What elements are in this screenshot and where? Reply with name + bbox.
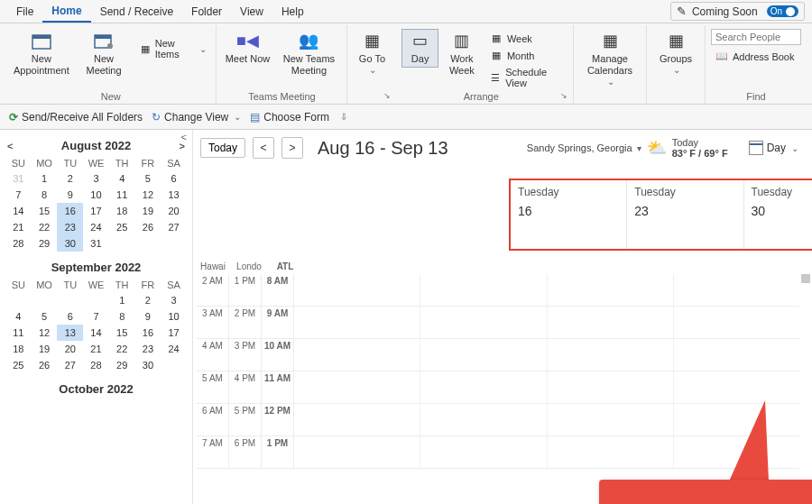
day-cell[interactable]: 24 bbox=[161, 341, 187, 357]
day-cell[interactable]: 16 bbox=[135, 325, 161, 341]
day-cell[interactable]: 26 bbox=[32, 357, 58, 373]
time-grid[interactable]: 2 AM1 PM8 AM3 AM2 PM9 AM4 AM3 PM10 AM5 A… bbox=[197, 274, 799, 504]
day-cell[interactable]: 8 bbox=[32, 187, 58, 203]
day-cell[interactable]: 17 bbox=[161, 325, 187, 341]
time-slot[interactable] bbox=[420, 274, 547, 306]
groups-button[interactable]: ▦ Groups⌄ bbox=[652, 29, 699, 78]
day-cell[interactable]: 9 bbox=[57, 187, 83, 203]
day-cell[interactable]: 28 bbox=[83, 357, 109, 373]
arrange-dialog-launcher[interactable]: ↘ bbox=[560, 91, 567, 102]
search-people-input[interactable] bbox=[711, 29, 801, 45]
next-date-button[interactable]: > bbox=[281, 137, 303, 159]
day-cell[interactable]: 30 bbox=[135, 357, 161, 373]
time-slot[interactable] bbox=[674, 371, 799, 403]
time-slots[interactable] bbox=[294, 436, 799, 468]
day-cell[interactable]: 13 bbox=[57, 325, 83, 341]
day-cell[interactable]: 23 bbox=[57, 219, 83, 235]
time-slots[interactable] bbox=[294, 274, 799, 306]
day-cell[interactable]: 24 bbox=[83, 219, 109, 235]
next-month-button[interactable]: > bbox=[180, 141, 185, 151]
day-cell[interactable]: 28 bbox=[5, 235, 32, 252]
day-cell[interactable]: 21 bbox=[83, 341, 109, 357]
time-slot[interactable] bbox=[548, 339, 674, 371]
day-cell[interactable]: 15 bbox=[109, 325, 135, 341]
time-slot[interactable] bbox=[548, 404, 674, 435]
today-button[interactable]: Today bbox=[200, 138, 245, 158]
time-slots[interactable] bbox=[294, 307, 799, 338]
day-cell[interactable]: 31 bbox=[5, 170, 32, 187]
meet-now-button[interactable]: ■◀ Meet Now bbox=[222, 29, 272, 68]
schedule-view-button[interactable]: ☰Schedule View bbox=[485, 65, 567, 90]
manage-calendars-button[interactable]: ▦ Manage Calendars⌄ bbox=[579, 29, 641, 90]
day-cell[interactable]: 2 bbox=[135, 292, 161, 308]
day-cell[interactable]: 7 bbox=[5, 187, 32, 203]
day-cell[interactable]: 25 bbox=[109, 219, 135, 235]
day-cell[interactable]: 14 bbox=[5, 203, 32, 219]
day-cell[interactable]: 4 bbox=[109, 170, 135, 187]
time-slots[interactable] bbox=[294, 404, 799, 435]
day-view-button[interactable]: ▭ Day bbox=[401, 29, 438, 68]
go-to-button[interactable]: ▦ Go To⌄ bbox=[353, 29, 391, 78]
day-cell[interactable]: 5 bbox=[135, 170, 161, 187]
day-cell[interactable]: 4 bbox=[5, 308, 32, 325]
day-cell[interactable]: 19 bbox=[32, 341, 58, 357]
day-cell[interactable]: 29 bbox=[32, 235, 58, 252]
time-slot[interactable] bbox=[420, 307, 547, 338]
day-cell[interactable]: 15 bbox=[32, 203, 58, 219]
time-slot[interactable] bbox=[294, 436, 420, 468]
view-dropdown[interactable]: Day ⌄ bbox=[744, 138, 803, 158]
change-view-button[interactable]: ↻Change View⌄ bbox=[152, 111, 241, 124]
day-cell[interactable]: 12 bbox=[32, 325, 58, 341]
toggle-on-badge[interactable]: On bbox=[767, 5, 798, 17]
work-week-button[interactable]: ▥ Work Week bbox=[442, 29, 482, 79]
day-cell[interactable]: 11 bbox=[109, 187, 135, 203]
menu-help[interactable]: Help bbox=[272, 2, 313, 22]
day-cell[interactable]: 9 bbox=[135, 308, 161, 325]
day-cell[interactable]: 18 bbox=[109, 203, 135, 219]
day-cell[interactable]: 6 bbox=[57, 308, 83, 325]
day-cell[interactable]: 14 bbox=[83, 325, 109, 341]
menu-home[interactable]: Home bbox=[42, 1, 90, 23]
time-slot[interactable] bbox=[294, 274, 420, 306]
day-cell[interactable]: 29 bbox=[109, 357, 135, 373]
time-slot[interactable] bbox=[674, 307, 799, 338]
day-cell[interactable]: 30 bbox=[57, 235, 83, 252]
day-cell[interactable]: 10 bbox=[83, 187, 109, 203]
day-cell[interactable]: 26 bbox=[135, 219, 161, 235]
day-cell[interactable]: 5 bbox=[32, 308, 58, 325]
time-slot[interactable] bbox=[548, 307, 674, 338]
menu-folder[interactable]: Folder bbox=[182, 2, 231, 22]
menu-view[interactable]: View bbox=[231, 2, 272, 22]
choose-form-button[interactable]: ▤Choose Form bbox=[250, 111, 329, 124]
day-cell[interactable]: 11 bbox=[5, 325, 32, 341]
day-cell[interactable]: 20 bbox=[57, 341, 83, 357]
selected-day-cell[interactable]: Tuesday23 bbox=[627, 180, 743, 249]
day-cell[interactable]: 20 bbox=[161, 203, 187, 219]
time-slots[interactable] bbox=[294, 371, 799, 403]
day-cell[interactable]: 23 bbox=[135, 341, 161, 357]
day-cell[interactable]: 2 bbox=[57, 170, 83, 187]
day-cell[interactable]: 1 bbox=[109, 292, 135, 308]
new-appointment-button[interactable]: New Appointment bbox=[11, 29, 72, 79]
day-cell[interactable]: 16 bbox=[57, 203, 83, 219]
week-view-button[interactable]: ▦Week bbox=[485, 31, 567, 46]
time-slot[interactable] bbox=[294, 307, 420, 338]
day-cell[interactable]: 22 bbox=[109, 341, 135, 357]
time-slot[interactable] bbox=[294, 371, 420, 403]
day-cell[interactable]: 10 bbox=[161, 308, 187, 325]
prev-month-button[interactable]: < bbox=[7, 141, 13, 151]
menu-file[interactable]: File bbox=[7, 2, 42, 22]
day-cell[interactable]: 27 bbox=[57, 357, 83, 373]
day-cell[interactable]: 27 bbox=[161, 219, 187, 235]
day-cell[interactable]: 3 bbox=[83, 170, 109, 187]
time-slot[interactable] bbox=[548, 371, 674, 403]
time-slot[interactable] bbox=[294, 339, 420, 371]
month-view-button[interactable]: ▦Month bbox=[485, 48, 567, 63]
day-cell[interactable]: 21 bbox=[5, 219, 32, 235]
time-slot[interactable] bbox=[420, 339, 547, 371]
time-slot[interactable] bbox=[420, 436, 547, 468]
day-cell[interactable]: 7 bbox=[83, 308, 109, 325]
prev-date-button[interactable]: < bbox=[253, 137, 274, 159]
selected-day-cell[interactable]: Tuesday30 bbox=[744, 180, 813, 249]
weather-panel[interactable]: Sandy Springs, Georgia▾ ⛅ Today 83° F / … bbox=[527, 137, 728, 159]
